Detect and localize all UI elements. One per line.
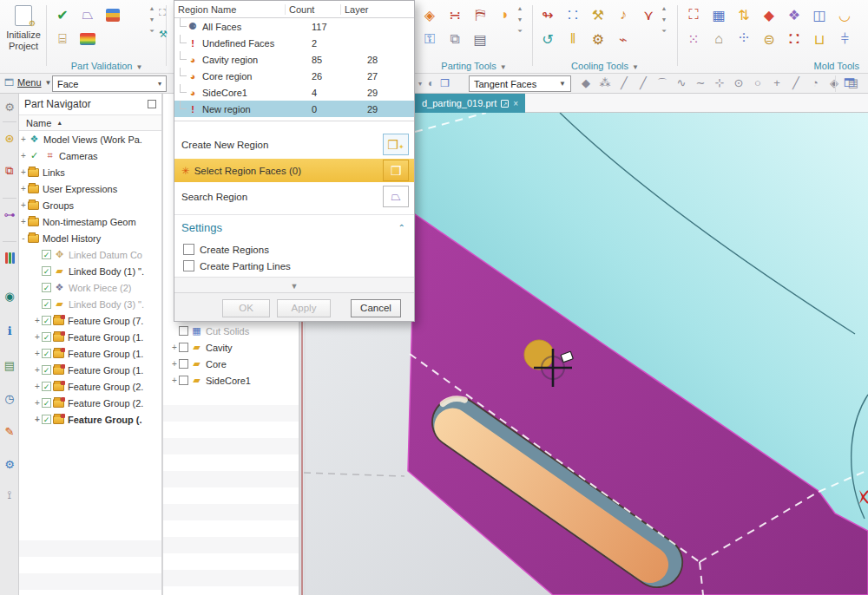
mold-tools-group-label[interactable]: Mold Tools (681, 61, 868, 71)
expander-icon[interactable]: + (170, 343, 179, 352)
list-icon[interactable]: ▤ (470, 29, 490, 49)
tree-item[interactable]: ✓▰Linked Body (1) ". (19, 263, 161, 279)
cylinders-icon[interactable]: ‖ (562, 29, 583, 49)
wye-icon[interactable]: ⋎ (638, 4, 659, 25)
checked-checkbox-icon[interactable]: ✓ (42, 250, 51, 259)
library-books-icon[interactable] (0, 248, 19, 267)
note-icon[interactable]: ♪ (613, 4, 634, 25)
expander-icon[interactable]: + (170, 359, 179, 369)
tree-item[interactable]: +❖Model Views (Work Pa. (19, 131, 161, 147)
region-row-core-region[interactable]: ◕Core region2627 (174, 68, 414, 84)
search-region-row[interactable]: Search Region ⏢ (174, 185, 414, 208)
collapse-section-icon[interactable]: ⌃ (398, 223, 405, 232)
swoosh-surface-icon[interactable]: ◗ (495, 4, 516, 25)
assistant-icon[interactable]: ⟟ (0, 486, 19, 505)
menu-button[interactable]: 🗔 Menu▼ (4, 77, 51, 88)
tree-item[interactable]: +Links (19, 164, 161, 180)
unchecked-checkbox-icon[interactable] (179, 359, 188, 369)
mold-tree-item[interactable]: ▦Cut Solids (163, 323, 299, 339)
patch-icon[interactable]: ❖ (784, 4, 805, 25)
expander-icon[interactable]: + (33, 316, 42, 325)
checked-checkbox-icon[interactable]: ✓ (42, 415, 51, 424)
tree-item[interactable]: +Groups (19, 197, 161, 213)
region-table-header[interactable]: Region Name Count Layer (174, 1, 414, 18)
expander-icon[interactable]: + (19, 184, 28, 193)
name-column-header[interactable]: Name▲ (19, 114, 161, 131)
tree-item[interactable]: +✓Feature Group (. (19, 411, 161, 428)
apply-button[interactable]: Apply (277, 299, 331, 317)
dialog-collapse-handle[interactable]: ▼ (174, 277, 414, 294)
thickness-stack-icon[interactable] (102, 4, 123, 25)
tree-item[interactable]: +✓Feature Group (2. (19, 395, 161, 411)
expander-icon[interactable]: + (33, 382, 42, 391)
tab-close-icon[interactable]: × (513, 99, 518, 108)
cooling-tools-group-label[interactable]: Cooling Tools▼ (535, 61, 675, 71)
expander-icon[interactable]: + (19, 217, 28, 226)
search-region-icon-button[interactable]: ⏢ (383, 186, 409, 207)
frame-sel-icon[interactable]: ⛚ (784, 29, 805, 49)
split-part-icon[interactable]: ⇅ (733, 4, 754, 25)
mold-tree-item[interactable]: +▰Core (163, 356, 299, 372)
flag-check-icon[interactable]: ⛿ (470, 4, 490, 25)
cube-red-icon[interactable]: ◆ (759, 4, 779, 25)
draft-analysis-icon[interactable]: ⏢ (77, 4, 98, 25)
box-blue-icon[interactable]: ▦ (708, 4, 729, 25)
create-parting-lines-checkbox[interactable]: Create Parting Lines (183, 260, 291, 271)
visibility-eye-icon[interactable]: ◉ (0, 286, 19, 305)
node-pattern-icon[interactable]: ⸬ (562, 4, 583, 25)
history-clock-icon[interactable]: ◷ (0, 389, 19, 408)
snap-line2-icon[interactable]: ╱ (637, 76, 649, 92)
constraint-node-icon[interactable]: ⊶ (0, 205, 19, 224)
cube-toggle-icon[interactable]: ❒ (440, 77, 450, 91)
rainbow-wedge-icon[interactable] (77, 29, 98, 49)
parting-surface-icon[interactable]: ◈ (419, 4, 440, 25)
expander-icon[interactable]: + (19, 200, 28, 210)
settings-gear-icon[interactable]: ⚙ (0, 97, 19, 116)
initialize-project-button[interactable]: ⚙ Initialize Project (3, 5, 43, 52)
press-tool-icon[interactable]: ⌸ (52, 29, 73, 49)
parting-tools-group-label[interactable]: Parting Tools▼ (417, 61, 531, 71)
region-row-undefined-faces[interactable]: !Undefined Faces2 (174, 35, 414, 51)
expander-icon[interactable]: + (33, 398, 42, 408)
color-pen-icon[interactable]: ✎ (0, 422, 19, 441)
sheet-icon[interactable]: ◫ (809, 4, 830, 25)
snap-point-icon[interactable]: ◆ (580, 76, 592, 92)
view-camera-icon[interactable]: ⧉ (0, 161, 19, 180)
spheres-icon[interactable]: ⸭ (733, 29, 754, 49)
tree-item[interactable]: ✓❖Work Piece (2) (19, 279, 161, 296)
tree-item[interactable]: +✓Feature Group (2. (19, 378, 161, 395)
gear-icon[interactable]: ⚙ (588, 29, 608, 49)
snap-scatter-icon[interactable]: ⁂ (599, 76, 611, 92)
u-surface-icon[interactable]: ◡ (834, 4, 855, 25)
snap-quadrant-icon[interactable]: ◔ (809, 76, 821, 92)
info-icon[interactable]: ℹ (0, 321, 19, 340)
unchecked-checkbox-icon[interactable] (179, 326, 188, 336)
mount-icon[interactable]: ⌂ (708, 29, 729, 49)
scope-combo[interactable]: Tangent Faces▼ (469, 75, 571, 92)
snap-wave-icon[interactable]: ∼ (694, 76, 707, 92)
copy-icon[interactable]: ⧉ (444, 29, 465, 49)
overflow-icon[interactable]: ⏷ (149, 28, 155, 35)
tree-item[interactable]: ✓▰Linked Body (3) ". (19, 296, 161, 312)
snap-arc-icon[interactable]: ⌒ (656, 76, 668, 92)
clamp-icon[interactable]: ∺ (444, 4, 465, 25)
panel-undock-icon[interactable] (148, 100, 156, 108)
ok-button[interactable]: OK (222, 299, 270, 317)
checked-checkbox-icon[interactable]: ✓ (42, 365, 51, 375)
check-part-icon[interactable]: ✔ (52, 4, 73, 25)
tree-item[interactable]: +Non-timestamp Geom (19, 213, 161, 230)
tools-icon[interactable]: ⚙ (0, 454, 19, 474)
lock-icon[interactable]: ⚿ (419, 29, 440, 49)
expander-icon[interactable]: + (19, 167, 28, 177)
part-validation-group-label[interactable]: Part Validation▼ (49, 61, 165, 71)
cube-frame-icon[interactable]: ⛶ (683, 4, 704, 25)
checked-checkbox-icon[interactable]: ✓ (42, 332, 51, 342)
unchecked-checkbox-icon[interactable] (179, 376, 188, 385)
pattern-icon[interactable]: ⁙ (683, 29, 704, 49)
expander-icon[interactable]: + (19, 151, 28, 160)
expander-icon[interactable]: + (170, 376, 179, 385)
tree-item[interactable]: -Model History (19, 230, 161, 246)
checked-checkbox-icon[interactable]: ✓ (42, 299, 51, 309)
create-new-region-row[interactable]: Create New Region ❒✦ (174, 133, 414, 156)
selection-type-combo[interactable]: Face▾ (52, 75, 167, 92)
